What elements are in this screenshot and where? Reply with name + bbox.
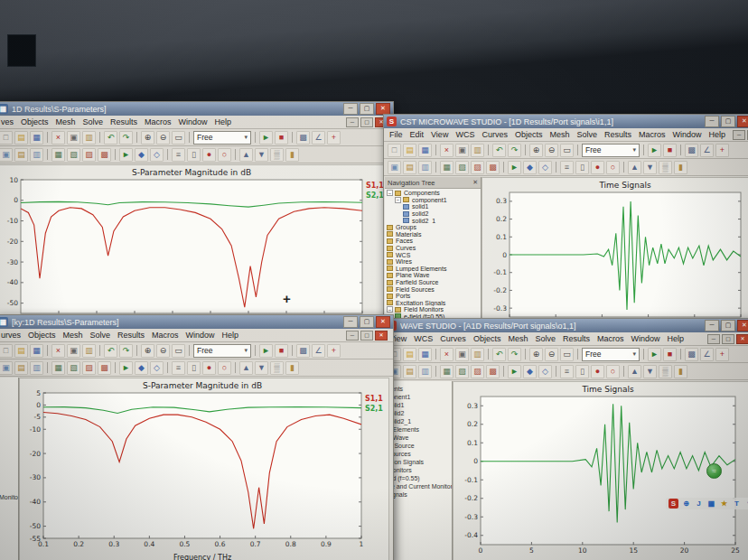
save-icon[interactable]: ▦	[418, 348, 432, 361]
maximize-button[interactable]: ▢	[721, 116, 735, 127]
delete-icon[interactable]: ×	[440, 144, 453, 157]
background-icon[interactable]: ▥	[418, 365, 432, 378]
titlebar[interactable]: S WAVE STUDIO - [A1D Results/Port signal…	[384, 319, 748, 332]
minimize-button[interactable]: ─	[346, 117, 359, 127]
run-solver-icon[interactable]: ►	[648, 144, 661, 157]
pick-point-icon[interactable]: +	[715, 348, 729, 361]
curve-marker-icon[interactable]: ●	[591, 365, 604, 378]
port-icon[interactable]: ▨	[471, 365, 484, 378]
menu-macros[interactable]: Macros	[152, 331, 179, 340]
tree-item-ports[interactable]: Ports	[385, 293, 481, 300]
tree-item-farfield-source[interactable]: Farfield Source	[385, 279, 481, 286]
wcs-icon[interactable]: ∠	[312, 344, 325, 358]
tree-item-lumped-elements[interactable]: Lumped Elements	[385, 266, 481, 273]
new-file-icon[interactable]: □	[0, 344, 13, 358]
start-simulation-icon[interactable]: ►	[508, 365, 521, 378]
grid-toggle-icon[interactable]: ▒	[659, 365, 672, 378]
menu-macros[interactable]: Macros	[639, 130, 666, 139]
expand-toggle-icon[interactable]: −	[387, 190, 393, 196]
menu-objects[interactable]: Objects	[473, 334, 501, 343]
port-icon[interactable]: ▨	[82, 361, 96, 375]
window-time-signals-top[interactable]: S CST MICROWAVE STUDIO - [1D Results/Por…	[383, 114, 748, 323]
optimizer-icon[interactable]: ◆	[135, 361, 148, 375]
zoom-fit-icon[interactable]: ▭	[172, 344, 185, 358]
delete-icon[interactable]: ×	[440, 348, 453, 361]
frequency-range-icon[interactable]: ▦	[51, 361, 65, 375]
linear-scale-icon[interactable]: ▲	[628, 365, 641, 378]
window-s-parameters-bottom[interactable]: ▦ [ky:1D Results\S-Parameters] ─▢✕ urves…	[0, 314, 394, 560]
optimizer-icon[interactable]: ◆	[135, 148, 148, 162]
menu-results[interactable]: Results	[563, 334, 590, 343]
plus-tool-icon[interactable]: ⊕	[681, 499, 691, 509]
s-parameter-chart[interactable]: S-Parameter Magnitude in dB50-5-10-20-30…	[19, 378, 389, 560]
menu-edit[interactable]: Edit	[410, 130, 425, 139]
undo-icon[interactable]: ↶	[492, 348, 506, 361]
menu-results[interactable]: Results	[110, 117, 137, 126]
close-button[interactable]: ✕	[737, 116, 748, 127]
grid-toggle-icon[interactable]: ▒	[270, 361, 284, 375]
zoom-fit-icon[interactable]: ▭	[172, 131, 185, 145]
menu-file[interactable]: File	[389, 130, 403, 139]
parameter-sweep-icon[interactable]: ◇	[538, 161, 552, 174]
s-parameter-chart[interactable]: S-Parameter Magnitude in dB100-10-20-30-…	[0, 164, 390, 319]
stop-icon[interactable]: ■	[663, 144, 677, 157]
boundary-icon[interactable]: ▣	[0, 361, 13, 375]
time-signals-chart[interactable]: Time Signals0.30.20.10-0.1-0.2-0.3	[482, 177, 748, 322]
zoom-fit-icon[interactable]: ▭	[560, 348, 574, 361]
parameter-sweep-icon[interactable]: ◇	[150, 148, 164, 162]
new-file-icon[interactable]: □	[0, 131, 13, 145]
minimize-button[interactable]: ─	[705, 320, 719, 331]
stop-icon[interactable]: ■	[275, 344, 288, 358]
export-plot-icon[interactable]: ▮	[674, 161, 687, 174]
export-plot-icon[interactable]: ▮	[674, 365, 687, 378]
log-scale-icon[interactable]: ▼	[643, 365, 657, 378]
linear-scale-icon[interactable]: ▲	[239, 148, 253, 162]
mesh-view-icon[interactable]: ▩	[685, 348, 698, 361]
minimize-button[interactable]: ─	[343, 103, 358, 115]
plot-properties-icon[interactable]: ≡	[560, 365, 574, 378]
wcs-icon[interactable]: ∠	[700, 144, 714, 157]
grid-toggle-icon[interactable]: ▒	[270, 148, 284, 162]
menu-window[interactable]: Window	[672, 130, 701, 139]
log-scale-icon[interactable]: ▼	[255, 148, 268, 162]
start-simulation-icon[interactable]: ►	[508, 161, 521, 174]
stop-icon[interactable]: ■	[275, 131, 288, 145]
tree-item-excitation-signals[interactable]: Excitation Signals	[385, 300, 481, 307]
minimize-button[interactable]: ─	[705, 116, 719, 127]
menu-help[interactable]: Help	[709, 130, 726, 139]
axis-marker-icon[interactable]: ▯	[575, 161, 589, 174]
menu-window[interactable]: Window	[631, 334, 659, 343]
paste-icon[interactable]: ▥	[82, 344, 96, 358]
pick-point-icon[interactable]: +	[715, 144, 729, 157]
menu-help[interactable]: Help	[215, 117, 232, 126]
export-plot-icon[interactable]: ▮	[285, 148, 299, 162]
data-cursor-icon[interactable]: ○	[606, 365, 620, 378]
dropdown-arrow-icon[interactable]: ▾	[744, 499, 748, 509]
maximize-button[interactable]: ▢	[360, 331, 373, 341]
redo-icon[interactable]: ↷	[119, 131, 133, 145]
undo-icon[interactable]: ↶	[492, 144, 506, 157]
titlebar[interactable]: ▦ 1D Results\S-Parameters] ─▢✕	[0, 102, 393, 116]
menu-help[interactable]: Help	[667, 334, 684, 343]
menu-macros[interactable]: Macros	[597, 334, 624, 343]
zoom-out-icon[interactable]: ⊖	[545, 348, 558, 361]
menu-solve[interactable]: Solve	[576, 130, 597, 139]
minimize-button[interactable]: ─	[346, 331, 359, 341]
start-simulation-icon[interactable]: ►	[119, 148, 133, 162]
menu-wcs[interactable]: WCS	[414, 334, 433, 343]
star-tool-icon[interactable]: ★	[719, 499, 729, 509]
copy-icon[interactable]: ▣	[455, 144, 469, 157]
open-file-icon[interactable]: ▤	[403, 144, 416, 157]
run-solver-icon[interactable]: ►	[259, 344, 273, 358]
close-button[interactable]: ✕	[736, 334, 748, 344]
curve-marker-icon[interactable]: ●	[202, 361, 216, 375]
tree-item-field-monitors[interactable]: −Field Monitors	[385, 306, 481, 313]
background-icon[interactable]: ▥	[418, 161, 432, 174]
frequency-range-icon[interactable]: ▦	[440, 365, 453, 378]
paste-icon[interactable]: ▥	[471, 348, 484, 361]
tree-item-solid2-1[interactable]: solid2_1	[385, 217, 481, 224]
menu-window[interactable]: Window	[179, 117, 208, 126]
field-monitor-icon[interactable]: ▧	[67, 361, 80, 375]
parameter-sweep-icon[interactable]: ◇	[150, 361, 164, 375]
open-file-icon[interactable]: ▤	[14, 131, 28, 145]
